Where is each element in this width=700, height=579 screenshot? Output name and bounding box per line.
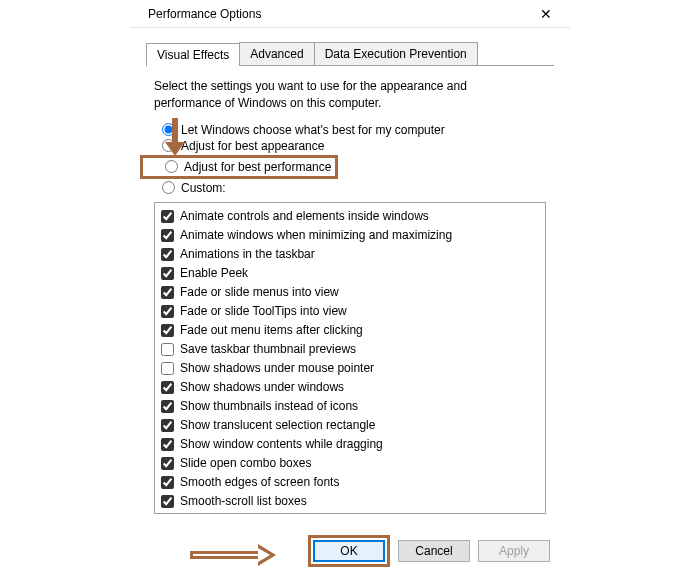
dialog-window: Performance Options ✕ Visual Effects Adv… [0,0,700,579]
close-icon: ✕ [540,6,552,22]
effect-label: Animate controls and elements inside win… [180,207,429,226]
effect-label: Fade or slide ToolTips into view [180,302,347,321]
effect-label: Show translucent selection rectangle [180,416,375,435]
content-area: Visual Effects Advanced Data Execution P… [130,28,570,522]
effect-checkbox[interactable] [161,495,174,508]
effect-item[interactable]: Animate windows when minimizing and maxi… [161,226,539,245]
effect-item[interactable]: Animate controls and elements inside win… [161,207,539,226]
cancel-button[interactable]: Cancel [398,540,470,562]
radio-input[interactable] [162,123,175,136]
effect-label: Fade out menu items after clicking [180,321,363,340]
ok-button[interactable]: OK [313,540,385,562]
effect-label: Fade or slide menus into view [180,283,339,302]
radio-option[interactable]: Let Windows choose what's best for my co… [162,122,546,138]
radio-option[interactable]: Adjust for best performance [162,154,546,180]
tab-visual-effects[interactable]: Visual Effects [146,43,240,66]
radio-input[interactable] [162,181,175,194]
effect-label: Show window contents while dragging [180,435,383,454]
effect-label: Smooth edges of screen fonts [180,473,339,492]
effect-checkbox[interactable] [161,286,174,299]
effect-checkbox[interactable] [161,362,174,375]
titlebar: Performance Options ✕ [130,0,570,28]
effect-item[interactable]: Smooth-scroll list boxes [161,492,539,511]
effect-checkbox[interactable] [161,400,174,413]
effect-item[interactable]: Fade out menu items after clicking [161,321,539,340]
annotation-arrow-right [190,545,280,565]
effect-label: Save taskbar thumbnail previews [180,340,356,359]
effect-item[interactable]: Show shadows under windows [161,378,539,397]
annotation-radio-highlight: Adjust for best performance [140,155,338,179]
effects-checklist[interactable]: Animate controls and elements inside win… [154,202,546,514]
effect-item[interactable]: Show thumbnails instead of icons [161,397,539,416]
apply-button[interactable]: Apply [478,540,550,562]
effect-item[interactable]: Fade or slide menus into view [161,283,539,302]
effect-checkbox[interactable] [161,343,174,356]
effect-label: Animations in the taskbar [180,245,315,264]
effect-label: Animate windows when minimizing and maxi… [180,226,452,245]
effect-checkbox[interactable] [161,210,174,223]
radio-group: Let Windows choose what's best for my co… [154,122,546,196]
radio-label: Adjust for best performance [184,160,331,174]
effect-checkbox[interactable] [161,438,174,451]
effect-item[interactable]: Enable Peek [161,264,539,283]
effect-checkbox[interactable] [161,419,174,432]
effect-checkbox[interactable] [161,305,174,318]
radio-label: Let Windows choose what's best for my co… [181,123,445,137]
annotation-ok-highlight: OK [308,535,390,567]
effect-label: Smooth-scroll list boxes [180,492,307,511]
effect-item[interactable]: Show shadows under mouse pointer [161,359,539,378]
effect-item[interactable]: Fade or slide ToolTips into view [161,302,539,321]
tab-strip: Visual Effects Advanced Data Execution P… [146,42,554,66]
radio-label: Adjust for best appearance [181,139,324,153]
effect-item[interactable]: Show translucent selection rectangle [161,416,539,435]
instruction-text: Select the settings you want to use for … [154,78,524,112]
close-button[interactable]: ✕ [526,0,566,27]
effect-label: Show thumbnails instead of icons [180,397,358,416]
effect-checkbox[interactable] [161,381,174,394]
effect-checkbox[interactable] [161,267,174,280]
effect-label: Show shadows under windows [180,378,344,397]
visual-effects-panel: Select the settings you want to use for … [146,66,554,522]
effect-checkbox[interactable] [161,248,174,261]
effect-checkbox[interactable] [161,324,174,337]
effect-item[interactable]: Smooth edges of screen fonts [161,473,539,492]
radio-option[interactable]: Adjust for best appearance [162,138,546,154]
effect-item[interactable]: Use drop shadows for icon labels on the … [161,511,539,514]
effect-item[interactable]: Animations in the taskbar [161,245,539,264]
dialog-footer: OK Cancel Apply [308,535,550,567]
effect-checkbox[interactable] [161,457,174,470]
radio-input[interactable] [162,139,175,152]
effect-item[interactable]: Show window contents while dragging [161,435,539,454]
radio-option[interactable]: Custom: [162,180,546,196]
effect-label: Show shadows under mouse pointer [180,359,374,378]
radio-input[interactable] [165,160,178,173]
effect-item[interactable]: Save taskbar thumbnail previews [161,340,539,359]
tab-advanced[interactable]: Advanced [239,42,314,65]
effect-label: Slide open combo boxes [180,454,311,473]
effect-checkbox[interactable] [161,229,174,242]
effect-checkbox[interactable] [161,476,174,489]
tab-dep[interactable]: Data Execution Prevention [314,42,478,65]
radio-label: Custom: [181,181,226,195]
effect-item[interactable]: Slide open combo boxes [161,454,539,473]
window-title: Performance Options [148,7,261,21]
effect-label: Use drop shadows for icon labels on the … [180,511,439,514]
effect-label: Enable Peek [180,264,248,283]
